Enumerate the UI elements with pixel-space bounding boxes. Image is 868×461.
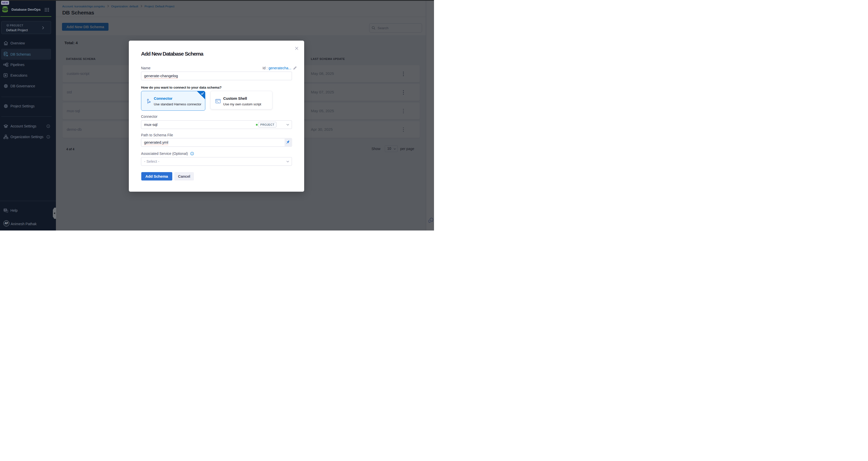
svg-text:?: ? [5,209,6,211]
